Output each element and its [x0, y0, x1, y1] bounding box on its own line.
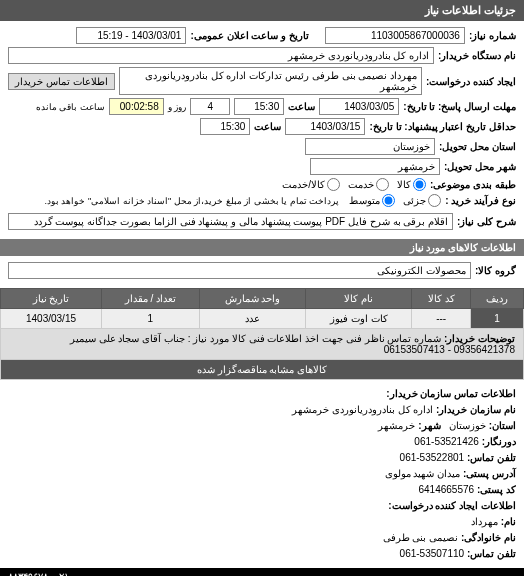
remain-time-field: 00:02:58	[109, 98, 164, 115]
customer-name-field: اداره کل بنادرودریانوردی خرمشهر	[8, 47, 434, 64]
pt-medium-option[interactable]: متوسط	[349, 194, 395, 207]
cat-service-radio[interactable]	[376, 178, 389, 191]
customer-name-label: نام دستگاه خریدار:	[438, 50, 516, 61]
req-no-label: شماره نیاز:	[469, 30, 516, 41]
group-label: گروه کالا:	[475, 265, 516, 276]
th-row: ردیف	[471, 289, 524, 309]
table-details-row: توضیحات خریدار: شماره تماس ناظر فنی جهت …	[1, 329, 524, 360]
purchase-type-label: نوع فرآیند خرید :	[445, 195, 516, 206]
fname-label: نام:	[501, 516, 516, 527]
th-date: تاریخ نیاز	[1, 289, 102, 309]
sub-row-text: کالاهای مشابه مناقصه‌گزار شده	[1, 360, 524, 380]
prov-value: خوزستان	[449, 420, 486, 431]
delivery-prov-field: خوزستان	[305, 138, 435, 155]
addr-value: میدان شهید مولوی	[385, 468, 461, 479]
pt-medium-text: متوسط	[349, 195, 380, 206]
org-label: نام سازمان خریدار:	[436, 404, 516, 415]
cell-date: 1403/03/15	[1, 309, 102, 329]
time-label-2: ساعت	[254, 121, 281, 132]
cell-qty: 1	[102, 309, 200, 329]
phone2-value: 53507110-061	[400, 548, 465, 559]
time-label-1: ساعت	[288, 101, 315, 112]
cat-goods-radio[interactable]	[413, 178, 426, 191]
bottom-bar: ۸۸۳۴۹۶۷۸ -۰۲۱	[0, 568, 524, 576]
cat-goods-text: کالا	[397, 179, 411, 190]
contact-info-button[interactable]: اطلاعات تماس خریدار	[8, 73, 115, 90]
delivery-prov-label: استان محل تحویل:	[439, 141, 516, 152]
phone2-label: تلفن تماس:	[467, 548, 516, 559]
table-sub-row: کالاهای مشابه مناقصه‌گزار شده	[1, 360, 524, 380]
table-row[interactable]: 1 --- کات اوت فیوز عدد 1 1403/03/15	[1, 309, 524, 329]
pt-note: پرداخت تمام یا بخشی از مبلغ خرید،از محل …	[44, 196, 339, 206]
announce-date-field: 1403/03/01 - 15:19	[76, 27, 186, 44]
cell-code: ---	[412, 309, 471, 329]
deadline-time-field: 15:30	[234, 98, 284, 115]
req-no-field: 1103005867000036	[325, 27, 465, 44]
zip-value: 6414665576	[418, 484, 474, 495]
deadline-label: مهلت ارسال پاسخ: تا تاریخ:	[403, 101, 516, 112]
main-form: شماره نیاز: 1103005867000036 تاریخ و ساع…	[0, 21, 524, 239]
deadline-date-field: 1403/03/05	[319, 98, 399, 115]
th-unit: واحد شمارش	[199, 289, 306, 309]
th-code: کد کالا	[412, 289, 471, 309]
cat-goods-option[interactable]: کالا	[397, 178, 426, 191]
footer-title: اطلاعات تماس سازمان خریدار:	[8, 386, 516, 402]
creator2-label: اطلاعات ایجاد کننده درخواست:	[8, 498, 516, 514]
cat-service-text: خدمت	[348, 179, 374, 190]
fax-value: 53521426-061	[414, 436, 479, 447]
details-label: توضیحات خریدار:	[444, 333, 515, 344]
desc-label: شرح کلی نیاز:	[457, 216, 516, 227]
th-qty: تعداد / مقدار	[102, 289, 200, 309]
lname-label: نام خانوادگی:	[461, 532, 516, 543]
valid-time-field: 15:30	[200, 118, 250, 135]
cell-idx: 1	[471, 309, 524, 329]
announce-label: تاریخ و ساعت اعلان عمومی:	[190, 30, 308, 41]
delivery-city-label: شهر محل تحویل:	[444, 161, 516, 172]
zip-label: کد پستی:	[477, 484, 516, 495]
fax-label: دورنگار:	[482, 436, 516, 447]
phone-value: 53522801-061	[400, 452, 465, 463]
cell-name: کات اوت فیوز	[306, 309, 412, 329]
category-label: طبقه بندی موضوعی:	[430, 179, 516, 190]
desc-field: اقلام برقی به شرح فایل PDF پیوست پیشنهاد…	[8, 213, 453, 230]
phone-label: تلفن تماس:	[467, 452, 516, 463]
goods-table: ردیف کد کالا نام کالا واحد شمارش تعداد /…	[0, 288, 524, 380]
fname-value: مهرداد	[471, 516, 498, 527]
creator-label: ایجاد کننده درخواست:	[426, 76, 516, 87]
days-left-field: 4	[190, 98, 230, 115]
group-field: محصولات الکترونیکی	[8, 262, 471, 279]
day-word: روز و	[168, 102, 187, 112]
page-title: جزئیات اطلاعات نیاز	[0, 0, 524, 21]
cat-both-option[interactable]: کالا/خدمت	[282, 178, 340, 191]
cat-both-radio[interactable]	[327, 178, 340, 191]
creator-field: مهرداد نصیمی بنی طرفی رئیس تدارکات اداره…	[119, 67, 423, 95]
th-name: نام کالا	[306, 289, 412, 309]
pt-small-text: جزئی	[403, 195, 426, 206]
valid-label: حداقل تاریخ اعتبار پیشنهاد: تا تاریخ:	[369, 121, 516, 132]
pt-small-radio[interactable]	[428, 194, 441, 207]
cat-both-text: کالا/خدمت	[282, 179, 325, 190]
org-value: اداره کل بنادرودریانوردی خرمشهر	[292, 404, 433, 415]
cell-unit: عدد	[199, 309, 306, 329]
footer-contact-section: اطلاعات تماس سازمان خریدار: نام سازمان خ…	[0, 380, 524, 568]
city-label: شهر:	[418, 420, 440, 431]
lname-value: نصیمی بنی طرفی	[383, 532, 459, 543]
prov-label: استان:	[489, 420, 516, 431]
addr-label: آدرس پستی:	[463, 468, 516, 479]
city-value: خرمشهر	[378, 420, 415, 431]
remain-label: ساعت باقی مانده	[36, 102, 105, 112]
pt-small-option[interactable]: جزئی	[403, 194, 441, 207]
cat-service-option[interactable]: خدمت	[348, 178, 389, 191]
pt-medium-radio[interactable]	[382, 194, 395, 207]
goods-section-header: اطلاعات کالاهای مورد نیاز	[0, 239, 524, 256]
delivery-city-field: خرمشهر	[310, 158, 440, 175]
valid-date-field: 1403/03/15	[285, 118, 365, 135]
